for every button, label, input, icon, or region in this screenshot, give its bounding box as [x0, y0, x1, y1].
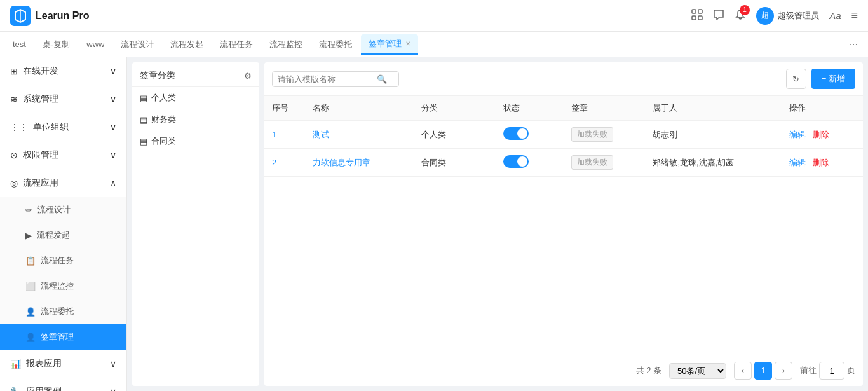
sidebar-item-system[interactable]: ≋ 系统管理 ∨	[0, 85, 126, 113]
sidebar: ⊞ 在线开发 ∨ ≋ 系统管理 ∨ ⋮⋮ 单位组织 ∨ ⊙ 权限管理	[0, 57, 127, 391]
table-row: 1 测试 个人类 加载失败 胡志刚	[264, 121, 863, 149]
flow-delegate-label: 流程委托	[41, 306, 74, 317]
delete-button-1[interactable]: 删除	[813, 130, 829, 139]
flow-design-label: 流程设计	[37, 204, 71, 216]
seal-manage-label: 签章管理	[41, 331, 74, 343]
category-item-contract[interactable]: ▤ 合同类	[132, 130, 259, 152]
current-page-button[interactable]: 1	[754, 362, 772, 380]
logo-text: Learun Pro	[36, 10, 89, 22]
tab-flow-task[interactable]: 流程任务	[212, 34, 261, 55]
tab-flow-delegate[interactable]: 流程委托	[311, 34, 360, 55]
page-size-select[interactable]: 50条/页 20条/页 100条/页	[669, 363, 726, 379]
comment-icon	[713, 9, 724, 20]
refresh-button[interactable]: ↻	[786, 69, 806, 89]
bell-button[interactable]: 1	[735, 9, 746, 23]
cell-owner-1: 胡志刚	[645, 121, 781, 149]
chevron-down-icon-6: ∨	[110, 387, 116, 391]
data-table: 序号 名称 分类 状态 签章 属于人 操作	[264, 96, 863, 355]
cell-num-2: 2	[264, 149, 305, 177]
th-action: 操作	[782, 96, 864, 121]
delete-button-2[interactable]: 删除	[813, 158, 829, 167]
search-input[interactable]	[278, 74, 373, 84]
sidebar-item-flow-design[interactable]: ✏ 流程设计	[0, 197, 126, 223]
next-page-button[interactable]: ›	[775, 362, 792, 380]
flow-icon: ◎	[10, 178, 18, 188]
add-button[interactable]: + 新增	[811, 69, 855, 89]
prev-page-button[interactable]: ‹	[734, 362, 752, 380]
cell-owner-2: 郑绪敏,龙珠,沈嘉,胡菡	[645, 149, 781, 177]
search-icon: 🔍	[377, 74, 387, 84]
fullscreen-button[interactable]	[691, 9, 703, 23]
language-button[interactable]: Aa	[829, 10, 841, 21]
category-contract-label: 合同类	[151, 135, 176, 147]
sidebar-item-report[interactable]: 📊 报表应用 ∨	[0, 350, 126, 378]
tab-flow-monitor-label: 流程监控	[269, 39, 302, 50]
tab-flow-design[interactable]: 流程设计	[113, 34, 161, 55]
edit-button-1[interactable]: 编辑	[789, 130, 806, 139]
tab-test[interactable]: test	[5, 34, 34, 55]
cell-status-1	[496, 121, 564, 149]
goto-input[interactable]	[819, 362, 844, 380]
th-seal: 签章	[564, 96, 645, 121]
table-toolbar: 🔍 ↻ + 新增	[264, 62, 863, 96]
tab-flow-start[interactable]: 流程发起	[163, 34, 211, 55]
goto-label: 前往	[800, 365, 817, 376]
table-row: 2 力软信息专用章 合同类 加载失败 郑绪敏,龙珠,沈嘉,胡菡	[264, 149, 863, 177]
flow-delegate-icon: 👤	[25, 307, 36, 317]
tab-flow-monitor[interactable]: 流程监控	[262, 34, 310, 55]
tab-copy[interactable]: 桌-复制	[35, 34, 78, 55]
tab-seal-close-icon[interactable]: ✕	[405, 40, 410, 47]
tab-flow-task-label: 流程任务	[220, 39, 253, 50]
sidebar-item-org[interactable]: ⋮⋮ 单位组织 ∨	[0, 113, 126, 141]
th-status: 状态	[496, 96, 564, 121]
category-item-personal[interactable]: ▤ 个人类	[132, 87, 259, 109]
flow-design-icon: ✏	[25, 205, 32, 215]
sidebar-item-cases[interactable]: 🔧 应用案例 ∨	[0, 378, 126, 391]
svg-rect-4	[692, 16, 696, 20]
page-unit: 页	[847, 365, 855, 376]
logo-icon	[10, 6, 31, 26]
total-count: 共 2 条	[636, 365, 661, 376]
th-num: 序号	[264, 96, 305, 121]
th-category: 分类	[414, 96, 495, 121]
refresh-icon: ↻	[792, 74, 799, 84]
sidebar-label-flow: 流程应用	[23, 177, 58, 189]
sidebar-label-report: 报表应用	[26, 358, 62, 369]
content-area: 签章分类 ⚙ ▤ 个人类 ▤ 财务类 ▤ 合同类	[127, 57, 868, 391]
th-owner: 属于人	[645, 96, 781, 121]
category-setting-button[interactable]: ⚙	[244, 71, 252, 81]
flow-start-icon: ▶	[25, 231, 32, 240]
edit-button-2[interactable]: 编辑	[789, 158, 806, 167]
category-contract-icon: ▤	[140, 137, 147, 146]
sidebar-item-flow-task[interactable]: 📋 流程任务	[0, 248, 126, 273]
category-finance-icon: ▤	[140, 115, 147, 125]
category-item-finance[interactable]: ▤ 财务类	[132, 109, 259, 130]
sidebar-item-seal-manage[interactable]: 👤 签章管理	[0, 324, 126, 350]
sidebar-item-flow-monitor[interactable]: ⬜ 流程监控	[0, 273, 126, 299]
sidebar-label-system: 系统管理	[23, 93, 58, 105]
system-icon: ≋	[10, 94, 18, 104]
menu-button[interactable]: ≡	[851, 9, 858, 22]
user-info[interactable]: 超 超级管理员	[756, 7, 819, 25]
avatar: 超	[756, 7, 774, 25]
comment-button[interactable]	[713, 9, 724, 23]
table-footer: 共 2 条 50条/页 20条/页 100条/页 ‹ 1 › 前往 页	[264, 355, 863, 386]
tab-www[interactable]: www	[79, 34, 112, 55]
sidebar-item-flow[interactable]: ◎ 流程应用 ∧	[0, 169, 126, 197]
tabs-more-button[interactable]: ···	[844, 39, 863, 50]
table-header: 序号 名称 分类 状态 签章 属于人 操作	[264, 96, 863, 121]
cell-name-2: 力软信息专用章	[305, 149, 414, 177]
cell-seal-1: 加载失败	[564, 121, 645, 149]
status-toggle-2[interactable]	[503, 155, 529, 168]
search-input-wrap[interactable]: 🔍	[272, 71, 399, 87]
tab-seal-manage[interactable]: 签章管理 ✕	[361, 34, 418, 55]
sidebar-item-flow-start[interactable]: ▶ 流程发起	[0, 223, 126, 248]
seal-table: 序号 名称 分类 状态 签章 属于人 操作	[264, 96, 863, 177]
sidebar-item-online-dev[interactable]: ⊞ 在线开发 ∨	[0, 57, 126, 85]
sidebar-item-permission[interactable]: ⊙ 权限管理 ∨	[0, 141, 126, 169]
tab-www-label: www	[86, 39, 104, 49]
chevron-up-icon: ∧	[110, 178, 116, 188]
status-toggle-1[interactable]	[503, 127, 529, 140]
tab-seal-manage-label: 签章管理	[369, 38, 402, 50]
sidebar-item-flow-delegate[interactable]: 👤 流程委托	[0, 299, 126, 324]
